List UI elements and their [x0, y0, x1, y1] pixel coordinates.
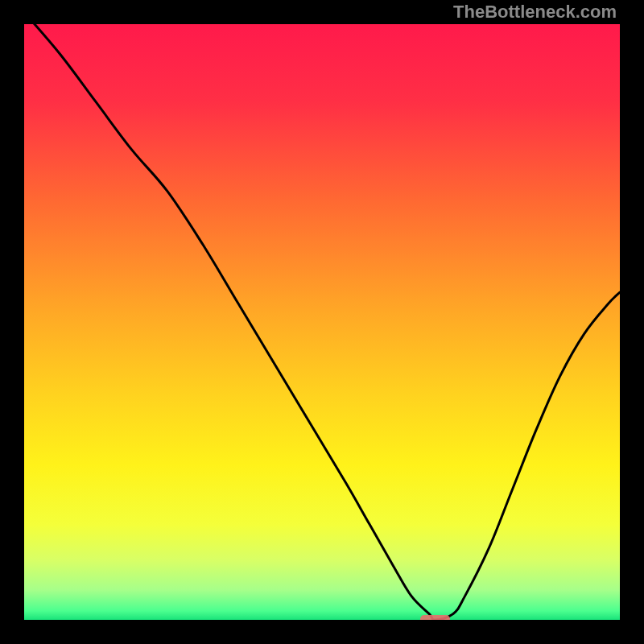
- plot-area: [24, 24, 620, 620]
- gradient-background: [24, 24, 620, 620]
- svg-rect-0: [24, 24, 620, 620]
- chart-frame: TheBottleneck.com: [0, 0, 644, 644]
- watermark-label: TheBottleneck.com: [453, 2, 617, 23]
